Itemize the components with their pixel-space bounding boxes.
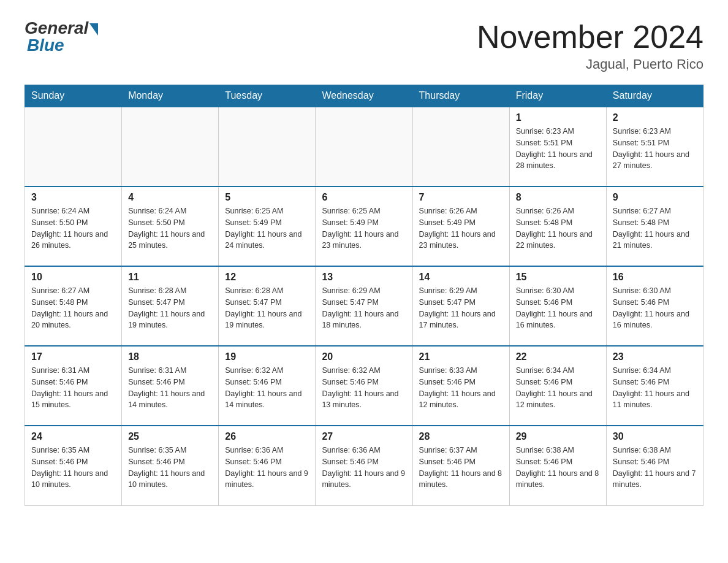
calendar-day-header: Wednesday [316, 85, 412, 107]
calendar-day-cell: 23Sunrise: 6:34 AMSunset: 5:46 PMDayligh… [606, 346, 703, 426]
calendar-week-row: 10Sunrise: 6:27 AMSunset: 5:48 PMDayligh… [25, 266, 703, 346]
day-number: 21 [419, 351, 503, 362]
location-title: Jagual, Puerto Rico [477, 56, 703, 72]
calendar-day-cell: 3Sunrise: 6:24 AMSunset: 5:50 PMDaylight… [25, 186, 122, 266]
calendar-day-header: Monday [122, 85, 219, 107]
calendar-day-cell: 27Sunrise: 6:36 AMSunset: 5:46 PMDayligh… [316, 426, 412, 505]
calendar-day-cell [412, 107, 509, 186]
day-info: Sunrise: 6:25 AMSunset: 5:49 PMDaylight:… [322, 205, 406, 251]
calendar-day-cell: 14Sunrise: 6:29 AMSunset: 5:47 PMDayligh… [412, 266, 509, 346]
day-info: Sunrise: 6:25 AMSunset: 5:49 PMDaylight:… [225, 205, 309, 251]
day-number: 30 [613, 431, 697, 442]
day-info: Sunrise: 6:36 AMSunset: 5:46 PMDaylight:… [322, 445, 406, 491]
day-info: Sunrise: 6:23 AMSunset: 5:51 PMDaylight:… [516, 126, 600, 172]
day-info: Sunrise: 6:27 AMSunset: 5:48 PMDaylight:… [613, 205, 697, 251]
calendar-day-header: Friday [509, 85, 606, 107]
title-section: November 2024 Jagual, Puerto Rico [477, 18, 703, 72]
calendar-day-cell: 25Sunrise: 6:35 AMSunset: 5:46 PMDayligh… [122, 426, 219, 505]
calendar-day-cell: 30Sunrise: 6:38 AMSunset: 5:46 PMDayligh… [606, 426, 703, 505]
day-number: 16 [613, 272, 697, 283]
calendar-day-cell: 22Sunrise: 6:34 AMSunset: 5:46 PMDayligh… [509, 346, 606, 426]
calendar-day-cell [219, 107, 316, 186]
day-info: Sunrise: 6:37 AMSunset: 5:46 PMDaylight:… [419, 445, 503, 491]
day-info: Sunrise: 6:35 AMSunset: 5:46 PMDaylight:… [128, 445, 212, 491]
calendar-day-cell: 24Sunrise: 6:35 AMSunset: 5:46 PMDayligh… [25, 426, 122, 505]
calendar-day-cell: 6Sunrise: 6:25 AMSunset: 5:49 PMDaylight… [316, 186, 412, 266]
day-number: 6 [322, 192, 406, 203]
calendar-day-cell: 10Sunrise: 6:27 AMSunset: 5:48 PMDayligh… [25, 266, 122, 346]
day-info: Sunrise: 6:26 AMSunset: 5:49 PMDaylight:… [419, 205, 503, 251]
calendar-week-row: 3Sunrise: 6:24 AMSunset: 5:50 PMDaylight… [25, 186, 703, 266]
day-info: Sunrise: 6:32 AMSunset: 5:46 PMDaylight:… [322, 365, 406, 411]
day-number: 9 [613, 192, 697, 203]
day-info: Sunrise: 6:28 AMSunset: 5:47 PMDaylight:… [128, 285, 212, 331]
day-info: Sunrise: 6:34 AMSunset: 5:46 PMDaylight:… [516, 365, 600, 411]
day-number: 19 [225, 351, 309, 362]
day-number: 11 [128, 272, 212, 283]
day-info: Sunrise: 6:29 AMSunset: 5:47 PMDaylight:… [419, 285, 503, 331]
day-info: Sunrise: 6:26 AMSunset: 5:48 PMDaylight:… [516, 205, 600, 251]
calendar-day-header: Saturday [606, 85, 703, 107]
calendar-day-cell: 15Sunrise: 6:30 AMSunset: 5:46 PMDayligh… [509, 266, 606, 346]
calendar-day-cell: 7Sunrise: 6:26 AMSunset: 5:49 PMDaylight… [412, 186, 509, 266]
calendar-day-cell: 21Sunrise: 6:33 AMSunset: 5:46 PMDayligh… [412, 346, 509, 426]
calendar-week-row: 1Sunrise: 6:23 AMSunset: 5:51 PMDaylight… [25, 107, 703, 186]
day-number: 26 [225, 431, 309, 442]
day-number: 20 [322, 351, 406, 362]
calendar-day-cell: 26Sunrise: 6:36 AMSunset: 5:46 PMDayligh… [219, 426, 316, 505]
day-info: Sunrise: 6:36 AMSunset: 5:46 PMDaylight:… [225, 445, 309, 491]
calendar-day-cell: 13Sunrise: 6:29 AMSunset: 5:47 PMDayligh… [316, 266, 412, 346]
day-info: Sunrise: 6:32 AMSunset: 5:46 PMDaylight:… [225, 365, 309, 411]
calendar-day-cell: 29Sunrise: 6:38 AMSunset: 5:46 PMDayligh… [509, 426, 606, 505]
day-info: Sunrise: 6:34 AMSunset: 5:46 PMDaylight:… [613, 365, 697, 411]
day-number: 23 [613, 351, 697, 362]
day-info: Sunrise: 6:33 AMSunset: 5:46 PMDaylight:… [419, 365, 503, 411]
day-number: 14 [419, 272, 503, 283]
logo-arrow-icon [89, 23, 98, 36]
day-number: 4 [128, 192, 212, 203]
day-number: 17 [31, 351, 115, 362]
day-info: Sunrise: 6:35 AMSunset: 5:46 PMDaylight:… [31, 445, 115, 491]
page-header: General Blue November 2024 Jagual, Puert… [25, 18, 703, 72]
day-number: 5 [225, 192, 309, 203]
logo: General Blue [25, 18, 98, 55]
month-title: November 2024 [477, 18, 703, 55]
logo-blue-text: Blue [27, 36, 64, 55]
calendar-day-cell [122, 107, 219, 186]
day-info: Sunrise: 6:23 AMSunset: 5:51 PMDaylight:… [613, 126, 697, 172]
day-info: Sunrise: 6:24 AMSunset: 5:50 PMDaylight:… [128, 205, 212, 251]
day-number: 25 [128, 431, 212, 442]
calendar-day-cell: 1Sunrise: 6:23 AMSunset: 5:51 PMDaylight… [509, 107, 606, 186]
day-info: Sunrise: 6:30 AMSunset: 5:46 PMDaylight:… [516, 285, 600, 331]
day-info: Sunrise: 6:38 AMSunset: 5:46 PMDaylight:… [516, 445, 600, 491]
day-number: 18 [128, 351, 212, 362]
calendar-day-cell: 9Sunrise: 6:27 AMSunset: 5:48 PMDaylight… [606, 186, 703, 266]
calendar-table: SundayMondayTuesdayWednesdayThursdayFrid… [25, 85, 703, 506]
calendar-week-row: 24Sunrise: 6:35 AMSunset: 5:46 PMDayligh… [25, 426, 703, 505]
day-info: Sunrise: 6:31 AMSunset: 5:46 PMDaylight:… [31, 365, 115, 411]
day-number: 8 [516, 192, 600, 203]
day-info: Sunrise: 6:29 AMSunset: 5:47 PMDaylight:… [322, 285, 406, 331]
day-number: 29 [516, 431, 600, 442]
day-info: Sunrise: 6:31 AMSunset: 5:46 PMDaylight:… [128, 365, 212, 411]
calendar-day-cell: 4Sunrise: 6:24 AMSunset: 5:50 PMDaylight… [122, 186, 219, 266]
calendar-day-cell: 16Sunrise: 6:30 AMSunset: 5:46 PMDayligh… [606, 266, 703, 346]
calendar-day-header: Thursday [412, 85, 509, 107]
day-number: 7 [419, 192, 503, 203]
calendar-day-cell [316, 107, 412, 186]
calendar-day-cell: 28Sunrise: 6:37 AMSunset: 5:46 PMDayligh… [412, 426, 509, 505]
day-info: Sunrise: 6:38 AMSunset: 5:46 PMDaylight:… [613, 445, 697, 491]
calendar-day-cell: 17Sunrise: 6:31 AMSunset: 5:46 PMDayligh… [25, 346, 122, 426]
day-number: 24 [31, 431, 115, 442]
day-number: 3 [31, 192, 115, 203]
day-number: 13 [322, 272, 406, 283]
day-number: 12 [225, 272, 309, 283]
calendar-day-cell: 18Sunrise: 6:31 AMSunset: 5:46 PMDayligh… [122, 346, 219, 426]
calendar-day-cell [25, 107, 122, 186]
calendar-day-cell: 5Sunrise: 6:25 AMSunset: 5:49 PMDaylight… [219, 186, 316, 266]
day-number: 1 [516, 112, 600, 123]
day-info: Sunrise: 6:27 AMSunset: 5:48 PMDaylight:… [31, 285, 115, 331]
day-number: 22 [516, 351, 600, 362]
calendar-day-cell: 8Sunrise: 6:26 AMSunset: 5:48 PMDaylight… [509, 186, 606, 266]
day-info: Sunrise: 6:30 AMSunset: 5:46 PMDaylight:… [613, 285, 697, 331]
